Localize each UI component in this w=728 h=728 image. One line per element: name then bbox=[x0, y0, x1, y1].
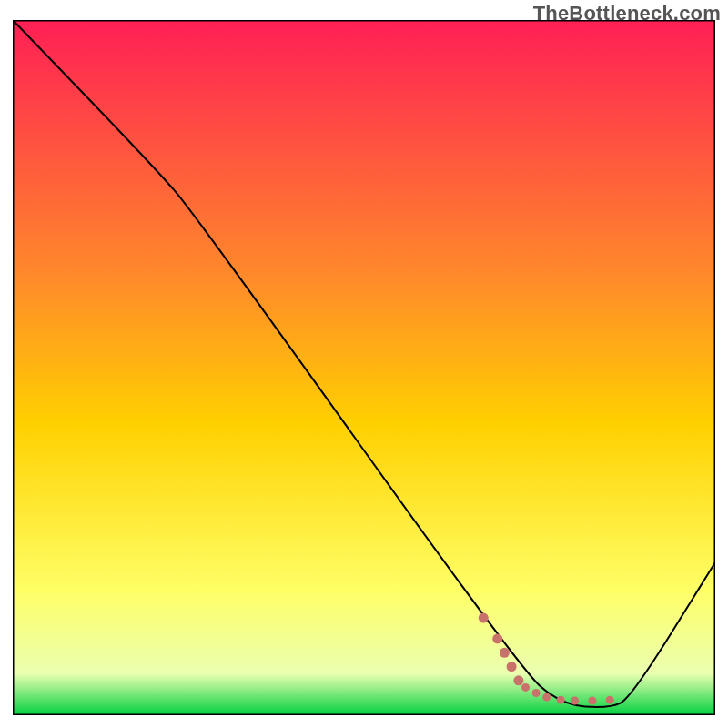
valley-dot bbox=[606, 696, 614, 704]
valley-dot bbox=[513, 675, 523, 685]
valley-dot bbox=[542, 693, 551, 702]
valley-dot bbox=[532, 689, 541, 697]
valley-dot bbox=[521, 683, 530, 692]
valley-dot bbox=[479, 613, 489, 623]
valley-dot bbox=[500, 648, 510, 658]
valley-dot bbox=[492, 633, 502, 643]
chart-svg bbox=[13, 20, 715, 715]
bottleneck-chart bbox=[13, 20, 715, 715]
valley-dot bbox=[571, 696, 579, 704]
valley-dot bbox=[557, 696, 565, 704]
valley-dot bbox=[588, 696, 596, 704]
valley-dot bbox=[507, 662, 517, 672]
gradient-background bbox=[13, 20, 715, 715]
